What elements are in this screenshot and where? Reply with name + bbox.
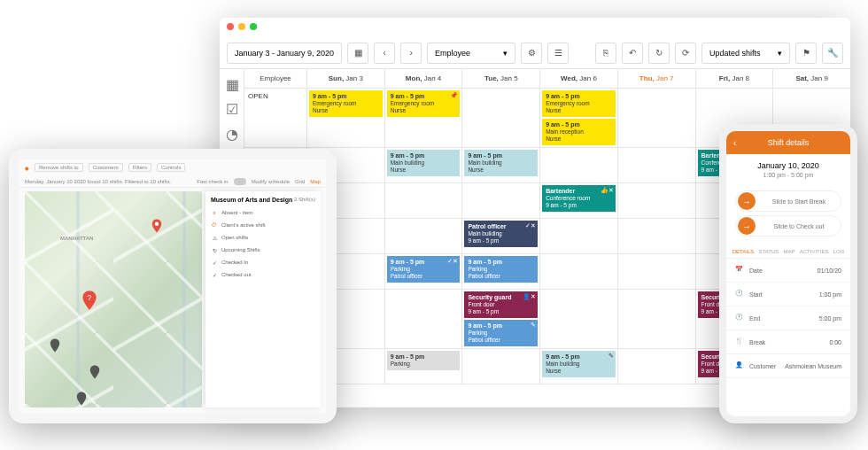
schedule-cell[interactable] xyxy=(617,290,695,349)
schedule-cell[interactable] xyxy=(617,89,695,148)
close-icon[interactable] xyxy=(227,23,234,30)
map-pin-icon[interactable] xyxy=(47,338,63,353)
shift-block[interactable]: 9 am - 5 pmEmergency roomNurse xyxy=(309,90,383,117)
fast-checkin-toggle[interactable]: Fast check in xyxy=(197,179,228,184)
shift-block[interactable]: 9 am - 5 pmMain buildingNurse xyxy=(387,150,461,176)
copy-icon[interactable]: ⎘ xyxy=(595,43,616,64)
calendar-icon[interactable]: ▦ xyxy=(347,43,368,64)
shift-block[interactable]: 9 am - 5 pmParkingPatrol officer✎ xyxy=(464,320,538,346)
redo-icon[interactable]: ↻ xyxy=(648,43,670,64)
map-pin-selected-icon[interactable]: ? xyxy=(78,289,101,312)
shift-block[interactable]: BartenderConference room9 am - 5 pm👍✕ xyxy=(542,185,616,212)
filters-button[interactable]: Filters xyxy=(128,163,151,172)
slide-start-break[interactable]: → Slide to Start Break xyxy=(735,190,841,212)
schedule-cell[interactable] xyxy=(461,183,539,219)
schedule-cell[interactable] xyxy=(384,183,462,219)
schedule-cell[interactable] xyxy=(617,148,695,183)
schedule-cell[interactable] xyxy=(539,290,617,349)
schedule-cell[interactable]: 9 am - 5 pmEmergency roomNurse xyxy=(306,89,384,148)
schedule-cell[interactable] xyxy=(539,148,617,183)
map-view[interactable]: MANHATTAN ? xyxy=(25,191,202,407)
flag-icon[interactable]: ⚑ xyxy=(795,43,817,64)
view-grid[interactable]: Grid xyxy=(295,179,305,184)
grid-view-icon[interactable]: ▦ xyxy=(226,76,238,89)
arrow-right-icon: → xyxy=(738,217,756,235)
customers-button[interactable]: Customers xyxy=(89,163,123,172)
refresh-icon[interactable]: ⟳ xyxy=(675,43,696,64)
schedule-cell[interactable]: BartenderConference room9 am - 5 pm👍✕ xyxy=(539,183,617,219)
slide-check-out[interactable]: → Slide to Check out xyxy=(735,215,841,237)
maximize-icon[interactable] xyxy=(250,23,257,30)
shift-block[interactable]: 9 am - 5 pmEmergency roomNurse xyxy=(542,90,616,117)
tab-log[interactable]: LOG xyxy=(833,249,845,254)
panel-item[interactable]: ✓Checked In xyxy=(211,256,315,268)
remove-shifts-button[interactable]: Remove shifts to xyxy=(35,163,83,172)
controls-button[interactable]: Controls xyxy=(157,163,185,172)
schedule-cell[interactable]: 9 am - 5 pmParking xyxy=(384,349,462,384)
date-range[interactable]: January 3 - January 9, 2020 xyxy=(227,43,342,64)
map-city-label: MANHATTAN xyxy=(60,236,93,241)
shift-block[interactable]: Patrol officerMain building9 am - 5 pm✓✕ xyxy=(464,221,538,247)
updated-filter[interactable]: Updated shifts ▾ xyxy=(701,43,790,64)
map-pin-icon[interactable] xyxy=(74,391,89,407)
employee-column-header: Employee xyxy=(244,69,306,88)
schedule-cell[interactable] xyxy=(461,89,539,148)
next-button[interactable]: › xyxy=(400,43,422,64)
tab-status[interactable]: STATUS xyxy=(758,249,779,254)
panel-item[interactable]: ⏱Client's active shift xyxy=(211,219,315,231)
modify-schedule-button[interactable]: Modify schedule xyxy=(252,179,290,184)
shift-block[interactable]: 9 am - 5 pmMain buildingNurse✎ xyxy=(542,351,616,377)
wrench-icon[interactable]: 🔧 xyxy=(822,43,843,64)
shift-block[interactable]: 9 am - 5 pmParkingPatrol officer✓✕ xyxy=(387,256,461,283)
schedule-cell[interactable] xyxy=(617,219,695,254)
schedule-cell[interactable]: 9 am - 5 pmMain buildingNurse xyxy=(461,148,539,183)
map-pin-icon[interactable] xyxy=(149,218,165,234)
schedule-cell[interactable]: Security guardFront door9 am - 5 pm👤✕9 a… xyxy=(461,290,539,349)
schedule-cell[interactable] xyxy=(617,254,695,290)
schedule-cell[interactable] xyxy=(617,349,695,384)
day-header: Sat, Jan 9 xyxy=(772,69,850,88)
pie-icon[interactable]: ◔ xyxy=(226,126,238,138)
tab-details[interactable]: DETAILS xyxy=(732,249,755,254)
schedule-cell[interactable]: 9 am - 5 pmParkingPatrol officer xyxy=(461,254,539,290)
schedule-cell[interactable] xyxy=(539,219,617,254)
day-header: Thu, Jan 7 xyxy=(617,69,695,88)
schedule-cell[interactable] xyxy=(384,219,462,254)
tab-map[interactable]: MAP xyxy=(783,249,794,254)
schedule-cell[interactable]: 9 am - 5 pmEmergency roomNurse📌 xyxy=(384,89,462,148)
shift-block[interactable]: Security guardFront door9 am - 5 pm👤✕ xyxy=(464,291,538,318)
schedule-cell[interactable]: Patrol officerMain building9 am - 5 pm✓✕ xyxy=(461,219,539,254)
gear-icon[interactable]: ⚙ xyxy=(521,43,542,64)
toggle-icon[interactable] xyxy=(234,178,246,185)
schedule-cell[interactable] xyxy=(617,183,695,219)
schedule-cell[interactable]: 9 am - 5 pmMain buildingNurse xyxy=(384,148,462,183)
view-map[interactable]: Map xyxy=(310,179,321,184)
schedule-cell[interactable] xyxy=(461,349,539,384)
shift-block[interactable]: 9 am - 5 pmParkingPatrol officer xyxy=(464,256,538,283)
schedule-cell[interactable]: 9 am - 5 pmMain buildingNurse✎ xyxy=(539,349,617,384)
undo-icon[interactable]: ↶ xyxy=(622,43,643,64)
schedule-cell[interactable] xyxy=(539,254,617,290)
shift-block[interactable]: 9 am - 5 pmParking xyxy=(387,351,461,370)
shift-block[interactable]: 9 am - 5 pmEmergency roomNurse📌 xyxy=(387,90,461,117)
shift-date: January 10, 2020 xyxy=(726,154,850,172)
map-pin-icon[interactable] xyxy=(87,364,103,380)
shift-block[interactable]: 9 am - 5 pmMain buildingNurse xyxy=(464,150,538,176)
panel-item[interactable]: ✓Checked out xyxy=(211,268,315,281)
shift-block[interactable]: 9 am - 5 pmMain receptionNurse xyxy=(542,119,616,145)
panel-item[interactable]: xAbsent - item xyxy=(211,206,315,219)
prev-button[interactable]: ‹ xyxy=(374,43,395,64)
schedule-cell[interactable]: 9 am - 5 pmEmergency roomNurse9 am - 5 p… xyxy=(539,89,617,148)
panel-item[interactable]: ↻Upcoming Shifts xyxy=(211,244,315,256)
schedule-cell[interactable] xyxy=(384,290,462,349)
panel-item[interactable]: ⚠Open shifts xyxy=(211,231,315,244)
employee-filter[interactable]: Employee ▾ xyxy=(427,43,515,64)
minimize-icon[interactable] xyxy=(238,23,245,30)
panel-shift-count: 2 Shift(s) xyxy=(294,197,315,202)
schedule-cell[interactable]: 9 am - 5 pmParkingPatrol officer✓✕ xyxy=(384,254,462,290)
calendar-check-icon[interactable]: ☑ xyxy=(226,101,238,113)
phone-tabs: DETAILSSTATUSMAPACTIVITIESLOG xyxy=(726,240,850,259)
list-icon[interactable]: ☰ xyxy=(547,43,569,64)
back-icon[interactable]: ‹ xyxy=(733,138,736,148)
tab-activities[interactable]: ACTIVITIES xyxy=(800,249,829,254)
